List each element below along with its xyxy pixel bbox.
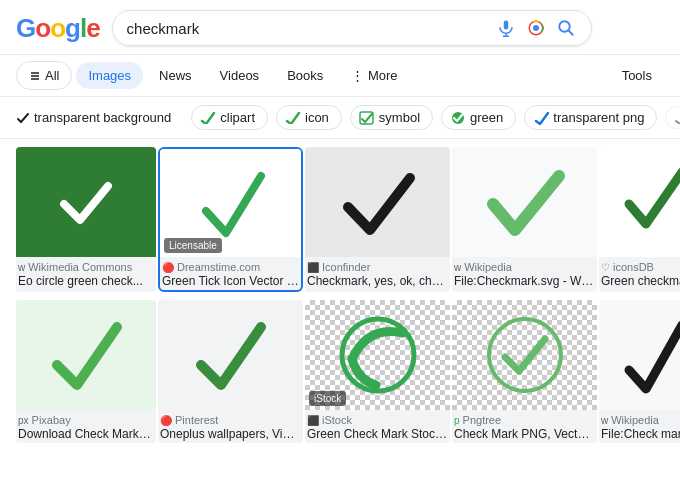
tools-button[interactable]: Tools [610, 62, 664, 89]
search-icons [495, 17, 577, 39]
source-name-9: Pngtree [463, 414, 502, 426]
image-title-5: Green checkmark ic [601, 274, 680, 288]
nav-item-more[interactable]: ⋮ More [339, 62, 409, 89]
chip-clipart[interactable]: clipart [191, 105, 268, 130]
image-source-5: ♡ iconsDB [601, 261, 680, 273]
image-card-3[interactable]: ⬛ Iconfinder Checkmark, yes, ok, chec... [305, 147, 450, 292]
istock-badge: iStock [309, 391, 346, 406]
image-source-3: ⬛ Iconfinder [307, 261, 448, 273]
microphone-icon[interactable] [495, 17, 517, 39]
chip-icon-label: icon [305, 110, 329, 125]
chip-clipart-label: clipart [220, 110, 255, 125]
image-info-9: p Pngtree Check Mark PNG, Vector, P... [452, 410, 597, 443]
source-name-5: iconsDB [613, 261, 654, 273]
nav-all-label: All [45, 68, 59, 83]
header: Google [0, 0, 680, 55]
image-source-6: px Pixabay [18, 414, 154, 426]
search-input[interactable] [127, 20, 487, 37]
source-name-4: Wikipedia [464, 261, 512, 273]
image-card-7[interactable]: 🔴 Pinterest Oneplus wallpapers, Viny... [158, 300, 303, 443]
image-card-2[interactable]: Licensable 🔴 Dreamstime.com Green Tick I… [158, 147, 303, 292]
source-name-10: Wikipedia [611, 414, 659, 426]
chip-transparent-png-label: transparent png [553, 110, 644, 125]
image-source-1: w Wikimedia Commons [18, 261, 154, 273]
image-title-3: Checkmark, yes, ok, chec... [307, 274, 448, 288]
nav-item-images[interactable]: Images [76, 62, 143, 89]
image-title-7: Oneplus wallpapers, Viny... [160, 427, 301, 441]
image-source-10: w Wikipedia [601, 414, 680, 426]
tools-label: Tools [622, 68, 652, 83]
image-title-6: Download Check Mark, Tic... [18, 427, 154, 441]
nav-item-all[interactable]: All [16, 61, 72, 90]
svg-point-10 [489, 319, 561, 391]
image-card-5[interactable]: ♡ iconsDB Green checkmark ic [599, 147, 680, 292]
nav-more-label: ⋮ More [351, 68, 397, 83]
svg-line-5 [568, 31, 572, 35]
image-card-6[interactable]: px Pixabay Download Check Mark, Tic... [16, 300, 156, 443]
source-name-6: Pixabay [32, 414, 71, 426]
image-info-4: w Wikipedia File:Checkmark.svg - Wikiped… [452, 257, 597, 290]
source-name-7: Pinterest [175, 414, 218, 426]
image-info-1: w Wikimedia Commons Eo circle green chec… [16, 257, 156, 290]
image-card-4[interactable]: w Wikipedia File:Checkmark.svg - Wikiped… [452, 147, 597, 292]
nav-books-label: Books [287, 68, 323, 83]
search-button[interactable] [555, 17, 577, 39]
image-title-8: Green Check Mark Stock Il... [307, 427, 448, 441]
svg-point-8 [48, 164, 124, 240]
source-name-1: Wikimedia Commons [28, 261, 132, 273]
nav-item-videos[interactable]: Videos [208, 62, 272, 89]
image-title-2: Green Tick Icon Vector Sym... [162, 274, 299, 288]
chip-symbol[interactable]: symbol [350, 105, 433, 130]
nav-item-books[interactable]: Books [275, 62, 335, 89]
source-name-2: Dreamstime.com [177, 261, 260, 273]
image-title-4: File:Checkmark.svg - Wikipedia [454, 274, 595, 288]
chip-green-label: green [470, 110, 503, 125]
image-title-10: File:Check mark 9x9.sv [601, 427, 680, 441]
nav-videos-label: Videos [220, 68, 260, 83]
chip-transparent-png[interactable]: transparent png [524, 105, 657, 130]
image-card-9[interactable]: p Pngtree Check Mark PNG, Vector, P... [452, 300, 597, 443]
chip-icon[interactable]: icon [276, 105, 342, 130]
image-title-1: Eo circle green check... [18, 274, 154, 288]
chip-transparent-label: transparent background [34, 110, 171, 125]
source-name-3: Iconfinder [322, 261, 370, 273]
image-info-10: w Wikipedia File:Check mark 9x9.sv [599, 410, 680, 443]
image-source-2: 🔴 Dreamstime.com [162, 261, 299, 273]
licensable-badge: Licensable [164, 238, 222, 253]
image-info-2: 🔴 Dreamstime.com Green Tick Icon Vector … [160, 257, 301, 290]
chip-transparent-bg[interactable]: transparent background [16, 106, 183, 129]
image-info-7: 🔴 Pinterest Oneplus wallpapers, Viny... [158, 410, 303, 443]
google-lens-icon[interactable] [525, 17, 547, 39]
chip-green[interactable]: green [441, 105, 516, 130]
nav-bar: All Images News Videos Books ⋮ More Tool… [0, 55, 680, 97]
chip-overflow[interactable] [665, 106, 680, 129]
image-info-5: ♡ iconsDB Green checkmark ic [599, 257, 680, 290]
image-grid-row1: w Wikimedia Commons Eo circle green chec… [0, 139, 680, 300]
nav-item-news[interactable]: News [147, 62, 204, 89]
image-title-9: Check Mark PNG, Vector, P... [454, 427, 595, 441]
image-source-4: w Wikipedia [454, 261, 595, 273]
image-card-8[interactable]: iStock ⬛ iStock Green Check Mark Stock I… [305, 300, 450, 443]
nav-images-label: Images [88, 68, 131, 83]
chip-symbol-label: symbol [379, 110, 420, 125]
search-bar [112, 10, 592, 46]
filter-chips: transparent background clipart icon symb… [0, 97, 680, 139]
source-name-8: iStock [322, 414, 352, 426]
image-grid-row2: px Pixabay Download Check Mark, Tic... 🔴… [0, 300, 680, 451]
google-logo: Google [16, 13, 100, 44]
image-info-3: ⬛ Iconfinder Checkmark, yes, ok, chec... [305, 257, 450, 290]
image-card-10[interactable]: w Wikipedia File:Check mark 9x9.sv [599, 300, 680, 443]
svg-point-3 [533, 25, 539, 31]
image-source-8: ⬛ iStock [307, 414, 448, 426]
image-source-9: p Pngtree [454, 414, 595, 426]
image-info-8: ⬛ iStock Green Check Mark Stock Il... [305, 410, 450, 443]
image-card-1[interactable]: w Wikimedia Commons Eo circle green chec… [16, 147, 156, 292]
image-source-7: 🔴 Pinterest [160, 414, 301, 426]
nav-news-label: News [159, 68, 192, 83]
image-info-6: px Pixabay Download Check Mark, Tic... [16, 410, 156, 443]
